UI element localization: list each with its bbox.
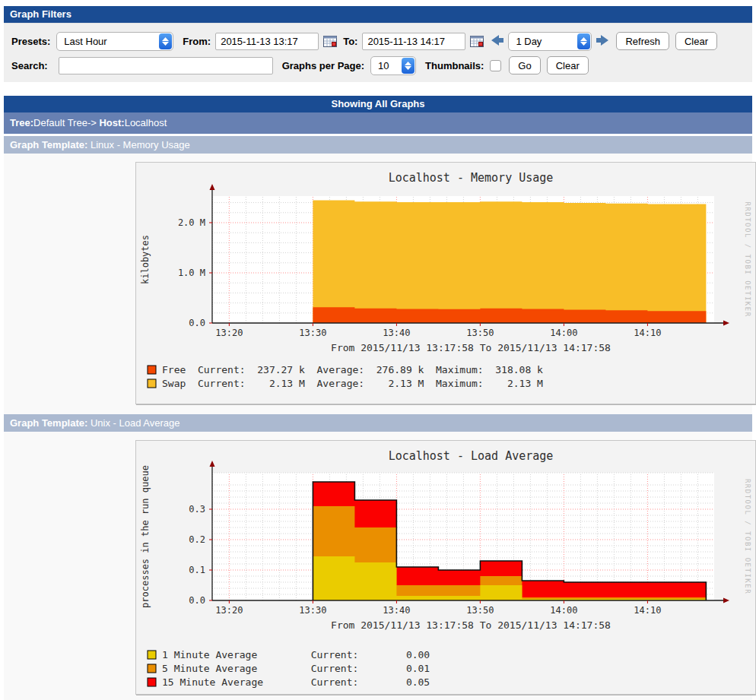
load-average-graph[interactable]: 13:2013:3013:4013:5014:0014:100.00.10.20…: [136, 441, 754, 694]
svg-text:13:50: 13:50: [466, 328, 494, 338]
graph-filters-header: Graph Filters: [4, 6, 752, 23]
showing-all-graphs-title: Showing All Graphs: [331, 98, 424, 109]
svg-text:0.3: 0.3: [189, 504, 205, 515]
shift-right-arrow-icon[interactable]: [596, 34, 608, 49]
graph-template-name: Linux - Memory Usage: [91, 139, 190, 150]
showing-all-graphs-bar: Showing All Graphs: [4, 96, 752, 112]
svg-text:15 Minute Average Curre: 15 Minute Average Current: 0.05: [162, 676, 430, 688]
shift-left-arrow-icon[interactable]: [491, 34, 503, 49]
stepper-icon: [402, 58, 415, 74]
spacer: [4, 82, 752, 96]
graphs-per-page-select[interactable]: 10: [370, 56, 416, 75]
svg-text:14:00: 14:00: [550, 328, 577, 338]
svg-text:5 Minute Average Curre: 5 Minute Average Current: 0.01: [162, 663, 430, 674]
svg-text:0.1: 0.1: [189, 565, 205, 575]
filter-row-1: Presets: Last Hour From: To:: [4, 29, 752, 53]
svg-text:Swap Current: 2.13 M Aver: Swap Current: 2.13 M Average: 2.13 M Max…: [162, 378, 543, 389]
svg-text:processes in the run queue: processes in the run queue: [140, 465, 151, 608]
thumbnails-checkbox[interactable]: [490, 60, 501, 71]
svg-text:14:00: 14:00: [550, 605, 577, 616]
host-value[interactable]: Localhost: [125, 117, 167, 128]
tree-value[interactable]: Default Tree->: [33, 117, 99, 128]
svg-text:RRDTOOL / TOBI OETIKER: RRDTOOL / TOBI OETIKER: [744, 479, 751, 594]
svg-text:13:30: 13:30: [299, 605, 326, 616]
svg-text:13:40: 13:40: [383, 605, 410, 616]
presets-label: Presets:: [11, 36, 50, 47]
graph-template-label: Graph Template:: [10, 139, 87, 150]
svg-text:1 Minute Average Curre: 1 Minute Average Current: 0.00: [162, 649, 430, 660]
svg-text:1.0 M: 1.0 M: [178, 268, 205, 278]
tree-label: Tree:: [10, 117, 33, 128]
svg-text:14:10: 14:10: [634, 605, 661, 616]
graph-template-bar-memory: Graph Template: Linux - Memory Usage: [4, 136, 752, 154]
host-label: Host:: [99, 117, 124, 128]
to-date-input[interactable]: [362, 33, 465, 50]
clear-button[interactable]: Clear: [675, 32, 717, 50]
timespan-select-value: 1 Day: [509, 36, 577, 47]
svg-text:From 2015/11/13 13:17:58 To 20: From 2015/11/13 13:17:58 To 2015/11/13 1…: [331, 619, 611, 631]
presets-select-value: Last Hour: [57, 36, 158, 47]
graphs-content: Graph Template: Linux - Memory Usage 13:…: [4, 136, 752, 700]
svg-text:13:40: 13:40: [383, 328, 410, 338]
graph-filters-title: Graph Filters: [10, 8, 71, 20]
svg-text:13:50: 13:50: [466, 605, 494, 616]
svg-text:13:20: 13:20: [215, 605, 243, 616]
svg-text:0.0: 0.0: [189, 595, 205, 606]
graphs-per-page-value: 10: [371, 60, 401, 71]
go-button[interactable]: Go: [509, 56, 540, 74]
svg-text:From 2015/11/13 13:17:58 To 20: From 2015/11/13 13:17:58 To 2015/11/13 1…: [331, 342, 611, 353]
from-label: From:: [183, 36, 211, 47]
svg-text:13:20: 13:20: [215, 328, 243, 338]
search-input[interactable]: [59, 57, 273, 74]
search-label: Search:: [11, 60, 48, 71]
stepper-icon: [159, 33, 172, 49]
clear-search-button[interactable]: Clear: [547, 56, 589, 74]
svg-text:RRDTOOL / TOBI OETIKER: RRDTOOL / TOBI OETIKER: [744, 201, 751, 317]
graph-template-label: Graph Template:: [10, 417, 87, 429]
svg-text:2.0 M: 2.0 M: [178, 217, 205, 228]
stepper-icon: [577, 33, 590, 49]
svg-text:0.2: 0.2: [189, 534, 205, 545]
graph-template-name: Unix - Load Average: [91, 417, 180, 429]
to-label: To:: [343, 36, 357, 47]
graph-template-bar-load: Graph Template: Unix - Load Average: [4, 414, 752, 432]
refresh-button[interactable]: Refresh: [616, 32, 669, 50]
svg-text:0.0: 0.0: [189, 318, 205, 328]
timespan-select[interactable]: 1 Day: [508, 32, 592, 51]
svg-text:13:30: 13:30: [299, 328, 326, 338]
svg-text:Free Current: 237.27 k Aver: Free Current: 237.27 k Average: 276.89 k…: [162, 364, 543, 375]
svg-text:Localhost - Memory Usage: Localhost - Memory Usage: [389, 171, 554, 185]
thumbnails-label: Thumbnails:: [425, 60, 484, 71]
calendar-icon[interactable]: [323, 35, 337, 47]
filter-row-2: Search: Graphs per Page: 10 Thumbnails: …: [4, 53, 752, 78]
svg-text:kilobytes: kilobytes: [140, 235, 151, 284]
load-average-graph-panel[interactable]: 13:2013:3013:4013:5014:0014:100.00.10.20…: [135, 440, 756, 695]
presets-select[interactable]: Last Hour: [56, 32, 173, 51]
memory-usage-graph-panel[interactable]: 13:2013:3013:4013:5014:0014:100.01.0 M2.…: [135, 162, 756, 404]
memory-usage-graph[interactable]: 13:2013:3013:4013:5014:0014:100.01.0 M2.…: [136, 163, 754, 404]
tree-breadcrumb-bar: Tree:Default Tree-> Host:Localhost: [4, 112, 752, 134]
svg-text:14:10: 14:10: [634, 328, 661, 338]
from-date-input[interactable]: [215, 33, 319, 50]
graphs-per-page-label: Graphs per Page:: [282, 60, 364, 71]
calendar-icon[interactable]: [470, 35, 484, 47]
page: Graph Filters Presets: Last Hour From: T…: [0, 0, 756, 700]
svg-text:Localhost - Load Average: Localhost - Load Average: [389, 449, 554, 463]
filter-panel: Presets: Last Hour From: To:: [4, 23, 752, 82]
